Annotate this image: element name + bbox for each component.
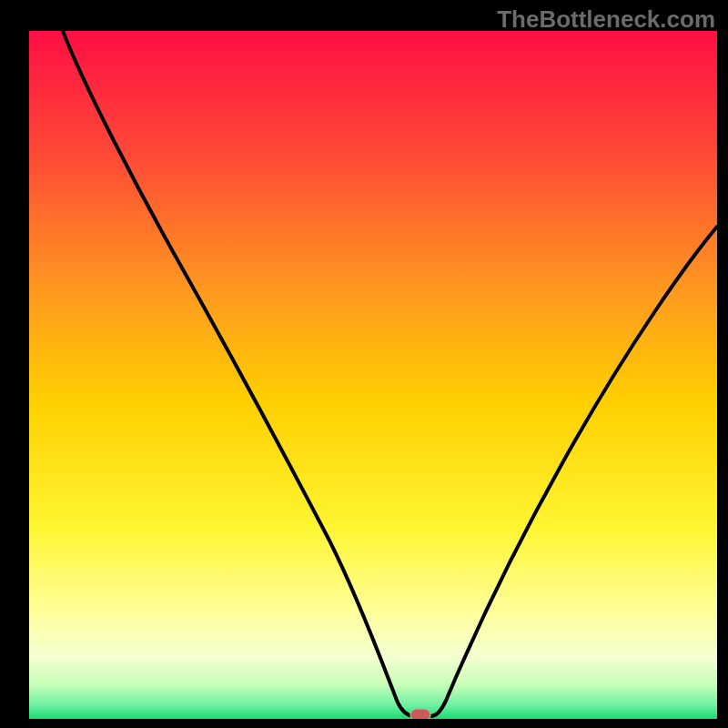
plot-area <box>29 31 717 719</box>
svg-rect-0 <box>410 709 430 719</box>
minimum-marker <box>410 709 430 719</box>
chart-svg <box>29 31 717 719</box>
watermark-text: TheBottleneck.com <box>497 5 715 34</box>
outer-frame: TheBottleneck.com <box>0 0 728 728</box>
